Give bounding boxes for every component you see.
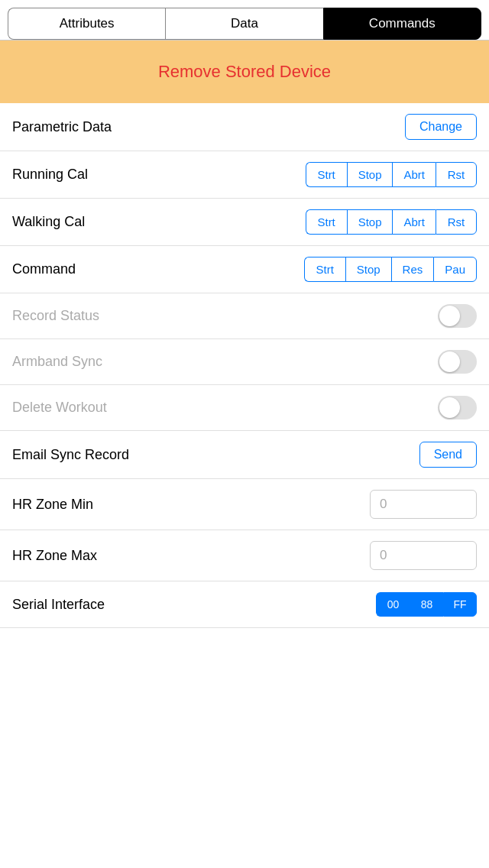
row-label-record-status: Record Status	[12, 308, 99, 324]
record-status-toggle[interactable]	[438, 304, 477, 328]
hr-zone-max-input[interactable]	[370, 541, 477, 570]
walking-cal-btn-group: Strt Stop Abrt Rst	[306, 209, 477, 235]
command-res-button[interactable]: Res	[391, 257, 434, 282]
hr-zone-min-input[interactable]	[370, 490, 477, 519]
command-stop-button[interactable]: Stop	[345, 257, 391, 282]
rows-container: Parametric Data Change Running Cal Strt …	[0, 103, 489, 628]
command-pau-button[interactable]: Pau	[433, 257, 477, 282]
running-cal-strt-button[interactable]: Strt	[306, 162, 347, 187]
walking-cal-abrt-button[interactable]: Abrt	[392, 209, 436, 235]
running-cal-rst-button[interactable]: Rst	[436, 162, 477, 187]
banner-text: Remove Stored Device	[158, 62, 331, 81]
serial-interface-seg-group: 00 88 FF	[376, 592, 477, 617]
row-running-cal: Running Cal Strt Stop Abrt Rst	[0, 151, 489, 199]
running-cal-stop-button[interactable]: Stop	[347, 162, 393, 187]
row-delete-workout: Delete Workout	[0, 385, 489, 431]
tab-bar: Attributes Data Commands	[0, 0, 489, 40]
banner: Remove Stored Device	[0, 40, 489, 103]
running-cal-btn-group: Strt Stop Abrt Rst	[306, 162, 477, 187]
serial-interface-ff-button[interactable]: FF	[443, 592, 477, 617]
walking-cal-stop-button[interactable]: Stop	[347, 209, 393, 235]
email-sync-send-button[interactable]: Send	[419, 442, 477, 468]
row-label-email-sync-record: Email Sync Record	[12, 447, 129, 463]
row-walking-cal: Walking Cal Strt Stop Abrt Rst	[0, 199, 489, 246]
command-strt-button[interactable]: Strt	[304, 257, 345, 282]
tab-attributes[interactable]: Attributes	[8, 8, 165, 40]
row-parametric-data: Parametric Data Change	[0, 103, 489, 151]
row-hr-zone-max: HR Zone Max	[0, 530, 489, 581]
row-label-armband-sync: Armband Sync	[12, 354, 102, 370]
armband-sync-toggle[interactable]	[438, 350, 477, 374]
walking-cal-strt-button[interactable]: Strt	[306, 209, 347, 235]
delete-workout-toggle-knob	[439, 397, 460, 418]
serial-interface-00-button[interactable]: 00	[376, 592, 410, 617]
tab-commands[interactable]: Commands	[323, 8, 481, 40]
record-status-toggle-knob	[439, 306, 460, 326]
tab-data[interactable]: Data	[165, 8, 322, 40]
row-email-sync-record: Email Sync Record Send	[0, 431, 489, 479]
row-label-hr-zone-max: HR Zone Max	[12, 548, 97, 564]
row-armband-sync: Armband Sync	[0, 339, 489, 385]
row-label-parametric-data: Parametric Data	[12, 119, 112, 135]
row-label-delete-workout: Delete Workout	[12, 400, 107, 416]
running-cal-abrt-button[interactable]: Abrt	[392, 162, 436, 187]
delete-workout-toggle[interactable]	[438, 396, 477, 419]
row-hr-zone-min: HR Zone Min	[0, 479, 489, 530]
serial-interface-88-button[interactable]: 88	[410, 592, 443, 617]
row-label-hr-zone-min: HR Zone Min	[12, 497, 93, 513]
armband-sync-toggle-knob	[439, 351, 460, 372]
parametric-data-change-button[interactable]: Change	[405, 114, 477, 140]
row-serial-interface: Serial Interface 00 88 FF	[0, 581, 489, 628]
row-label-command: Command	[12, 261, 76, 277]
row-record-status: Record Status	[0, 293, 489, 339]
walking-cal-rst-button[interactable]: Rst	[436, 209, 477, 235]
row-label-walking-cal: Walking Cal	[12, 214, 85, 230]
row-label-serial-interface: Serial Interface	[12, 597, 105, 613]
command-btn-group: Strt Stop Res Pau	[304, 257, 477, 282]
row-command: Command Strt Stop Res Pau	[0, 246, 489, 293]
row-label-running-cal: Running Cal	[12, 167, 88, 183]
